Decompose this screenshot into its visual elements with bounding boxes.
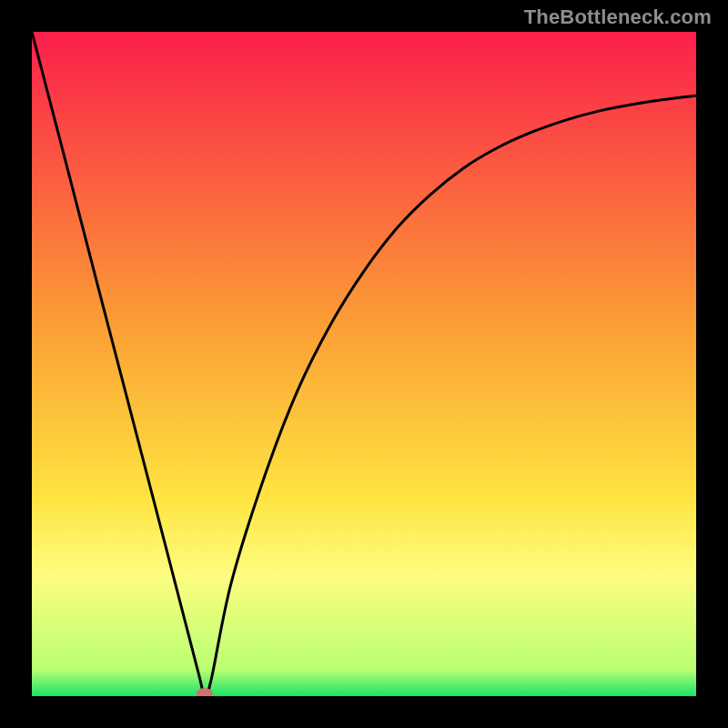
chart-frame: TheBottleneck.com xyxy=(0,0,728,728)
watermark-label: TheBottleneck.com xyxy=(524,5,712,29)
gradient-background xyxy=(32,32,696,696)
chart-plot xyxy=(32,32,696,696)
